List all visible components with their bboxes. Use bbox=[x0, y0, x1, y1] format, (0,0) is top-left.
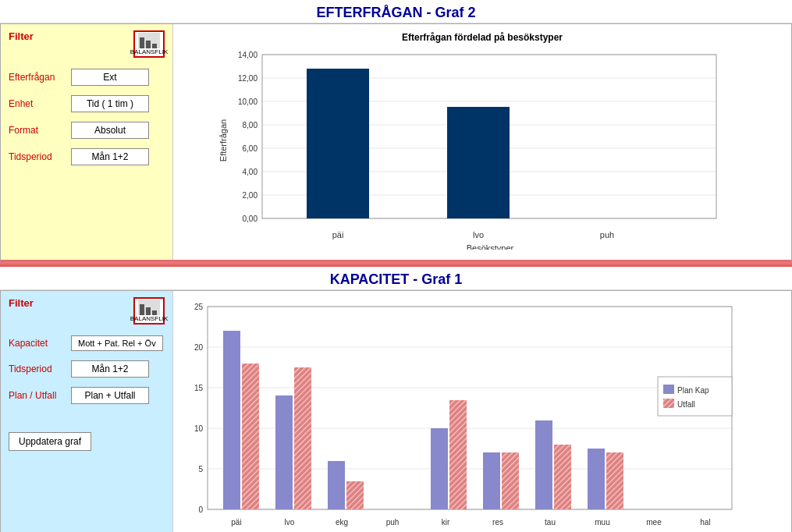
balansflik-icon-top[interactable]: BALANSFLIK bbox=[133, 30, 165, 58]
filter-row-tidsperiod-bottom: Tidsperiod Mån 1+2 bbox=[9, 360, 165, 378]
efterfragan-chart-area: Efterfrågan fördelad på besökstyper Efte… bbox=[172, 24, 791, 260]
svg-text:6,00: 6,00 bbox=[243, 144, 258, 153]
kapacitet-chart: 0 5 10 15 20 25 bbox=[181, 299, 783, 532]
filter-row-kapacitet: Kapacitet Mott + Pat. Rel + Öv bbox=[9, 335, 165, 351]
label-kapacitet: Kapacitet bbox=[9, 338, 71, 349]
svg-text:0,00: 0,00 bbox=[243, 215, 258, 223]
balansflik-label-bottom: BALANSFLIK bbox=[130, 315, 168, 322]
label-tidsperiod-top: Tidsperiod bbox=[9, 151, 71, 162]
svg-text:0: 0 bbox=[198, 505, 203, 514]
bar-muu-utfall-hatch bbox=[606, 452, 623, 509]
bar-lvo bbox=[447, 107, 510, 218]
efterfragan-heading: EFTERFRÅGAN - Graf 2 bbox=[316, 5, 475, 20]
efterfragan-chart-title: Efterfrågan fördelad på besökstyper bbox=[181, 32, 783, 43]
kapacitet-filter-panel: Filter BALANSFLIK Kapacitet Mott + Pat. … bbox=[1, 291, 172, 532]
svg-text:ekg: ekg bbox=[336, 518, 348, 527]
bar-res-plan bbox=[483, 452, 500, 509]
button-tidsperiod-bottom[interactable]: Mån 1+2 bbox=[71, 360, 149, 378]
bar-muu-plan bbox=[588, 449, 605, 509]
svg-text:25: 25 bbox=[194, 303, 204, 311]
bar-ekg-utfall-hatch bbox=[346, 481, 364, 509]
bar-tau-plan bbox=[535, 420, 552, 509]
svg-text:päi: päi bbox=[332, 230, 344, 239]
kapacitet-chart-area: 0 5 10 15 20 25 bbox=[172, 291, 791, 532]
label-tidsperiod-bottom: Tidsperiod bbox=[9, 364, 71, 374]
svg-text:4,00: 4,00 bbox=[243, 168, 258, 176]
bar-lvo-plan bbox=[275, 395, 293, 509]
svg-text:10,00: 10,00 bbox=[238, 98, 257, 106]
svg-text:8,00: 8,00 bbox=[243, 121, 258, 129]
svg-text:puh: puh bbox=[386, 518, 400, 527]
bar-kir-utfall-hatch bbox=[449, 400, 467, 509]
balansflik-label-top: BALANSFLIK bbox=[130, 48, 168, 55]
filter-label-top: Filter bbox=[9, 30, 34, 42]
svg-text:res: res bbox=[492, 518, 503, 527]
button-plan-utfall[interactable]: Plan + Utfall bbox=[71, 387, 149, 404]
svg-text:lvo: lvo bbox=[285, 518, 295, 527]
filter-row-format: Format Absolut bbox=[9, 122, 165, 139]
filter-label-bottom: Filter bbox=[9, 297, 34, 309]
svg-text:puh: puh bbox=[600, 230, 614, 239]
svg-text:2,00: 2,00 bbox=[243, 191, 258, 200]
efterfragan-filter-panel: Filter BALANSFLIK Efterfrågan Ext Enhet … bbox=[1, 24, 172, 260]
svg-text:12,00: 12,00 bbox=[238, 74, 257, 83]
filter-row-plan-utfall: Plan / Utfall Plan + Utfall bbox=[9, 387, 165, 404]
label-enhet: Enhet bbox=[9, 98, 71, 109]
legend-box bbox=[658, 377, 732, 416]
bar-kir-plan bbox=[431, 428, 448, 509]
balansflik-icon-bottom[interactable]: BALANSFLIK bbox=[133, 297, 165, 325]
bar-päi bbox=[307, 69, 369, 218]
svg-text:15: 15 bbox=[194, 384, 204, 392]
svg-text:muu: muu bbox=[595, 518, 609, 527]
svg-text:10: 10 bbox=[194, 424, 204, 433]
filter-row-efterfragan: Efterfrågan Ext bbox=[9, 69, 165, 86]
button-enhet[interactable]: Tid ( 1 tim ) bbox=[71, 95, 149, 112]
svg-text:14,00: 14,00 bbox=[238, 51, 257, 59]
bar-tau-utfall-hatch bbox=[554, 445, 571, 509]
kapacitet-heading: KAPACITET - Graf 1 bbox=[330, 271, 463, 287]
svg-text:päi: päi bbox=[231, 518, 241, 527]
button-format[interactable]: Absolut bbox=[71, 122, 149, 139]
label-format: Format bbox=[9, 125, 71, 136]
bar-ekg-plan bbox=[328, 461, 345, 509]
svg-text:20: 20 bbox=[194, 343, 204, 352]
bar-pai-plan bbox=[223, 331, 240, 509]
label-efterfragan: Efterfrågan bbox=[9, 72, 71, 83]
svg-text:lvo: lvo bbox=[473, 230, 484, 239]
svg-text:Efterfrågan: Efterfrågan bbox=[218, 119, 228, 161]
svg-text:5: 5 bbox=[198, 465, 203, 473]
svg-text:hal: hal bbox=[700, 518, 710, 527]
button-efterfragan[interactable]: Ext bbox=[71, 69, 149, 86]
legend-plan-label: Plan Kap bbox=[677, 386, 709, 395]
efterfragan-chart: Efterfrågan 0,00 2,00 4,00 6,00 8,00 10,… bbox=[181, 47, 783, 250]
label-plan-utfall: Plan / Utfall bbox=[9, 390, 71, 401]
svg-text:tau: tau bbox=[545, 518, 556, 527]
button-kapacitet[interactable]: Mott + Pat. Rel + Öv bbox=[71, 335, 163, 351]
legend-plan-swatch bbox=[663, 385, 674, 394]
legend-utfall-hatch bbox=[663, 399, 674, 408]
update-button[interactable]: Uppdatera graf bbox=[9, 432, 91, 451]
legend-utfall-label: Utfall bbox=[677, 400, 695, 409]
bar-pai-utfall-hatch bbox=[242, 364, 259, 509]
filter-row-tidsperiod-top: Tidsperiod Mån 1+2 bbox=[9, 148, 165, 165]
button-tidsperiod-top[interactable]: Mån 1+2 bbox=[71, 148, 149, 165]
svg-text:mee: mee bbox=[646, 518, 662, 527]
bar-res-utfall-hatch bbox=[502, 452, 519, 509]
svg-text:Besökstyper: Besökstyper bbox=[467, 243, 514, 250]
bar-lvo-utfall-hatch bbox=[294, 367, 311, 509]
filter-row-enhet: Enhet Tid ( 1 tim ) bbox=[9, 95, 165, 112]
svg-text:kir: kir bbox=[442, 518, 450, 527]
